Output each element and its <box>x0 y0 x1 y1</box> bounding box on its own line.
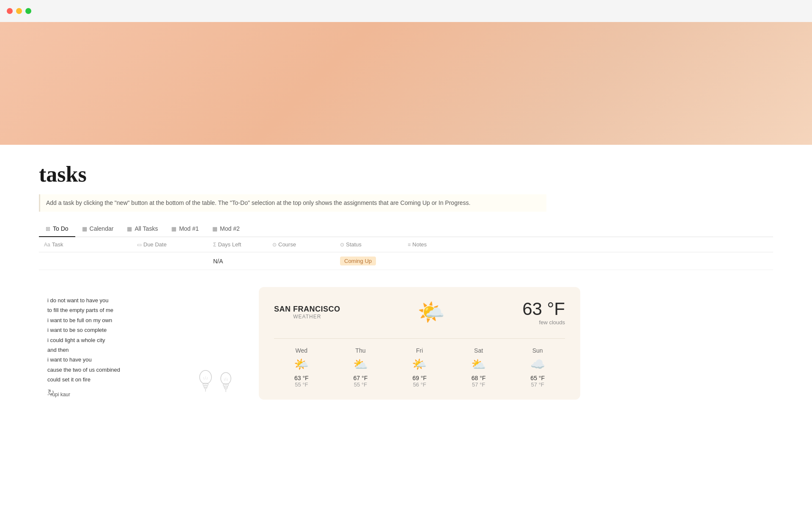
col-header-daysleft: ΣDays Left <box>208 237 267 252</box>
forecast-low: 55 °F <box>333 381 388 388</box>
weather-temp-value: 63 °F <box>522 299 565 319</box>
tab-todo[interactable]: ⊞ To Do <box>39 222 75 237</box>
bulb-icon-2 <box>218 370 233 398</box>
tab-alltasks[interactable]: ▦ All Tasks <box>120 222 165 237</box>
svg-rect-2 <box>204 386 207 387</box>
minimize-button[interactable] <box>16 8 22 14</box>
weather-city: SAN FRANCISCO <box>274 305 340 314</box>
forecast-day-fri: Fri 🌤️ 69 °F 56 °F <box>392 347 447 388</box>
svg-line-5 <box>203 377 204 380</box>
forecast-low: 57 °F <box>510 381 565 388</box>
col-header-task: AaTask <box>39 237 132 252</box>
tab-calendar-label: Calendar <box>90 225 114 232</box>
forecast-day-name: Sat <box>451 347 506 354</box>
forecast-high: 67 °F <box>333 375 388 381</box>
quote-widget: i do not want to have youto fill the emp… <box>39 287 242 402</box>
forecast-low: 57 °F <box>451 381 506 388</box>
svg-rect-3 <box>204 387 207 389</box>
forecast-day-thu: Thu ⛅ 67 °F 55 °F <box>333 347 388 388</box>
forecast-low: 55 °F <box>274 381 329 388</box>
forecast-day-name: Thu <box>333 347 388 354</box>
status-badge: Coming Up <box>340 257 376 265</box>
refresh-button[interactable]: ↻ <box>47 387 55 398</box>
forecast-day-name: Sun <box>510 347 565 354</box>
tab-todo-label: To Do <box>53 225 69 232</box>
quote-bulbs <box>197 368 233 398</box>
hero-banner <box>0 22 812 145</box>
forecast-row: Wed 🌤️ 63 °F 55 °F Thu ⛅ 67 °F 55 °F Fri… <box>274 338 565 388</box>
forecast-icon: 🌤️ <box>392 357 447 371</box>
forecast-icon: ⛅ <box>451 357 506 371</box>
forecast-icon: ☁️ <box>510 357 565 371</box>
col-header-status: ⊙Status <box>335 237 403 252</box>
quote-lines: i do not want to have youto fill the emp… <box>47 295 140 385</box>
forecast-high: 69 °F <box>392 375 447 381</box>
tab-calendar-icon: ▦ <box>82 226 87 232</box>
cell-task <box>39 252 132 270</box>
tab-alltasks-icon: ▦ <box>127 226 132 232</box>
table-row[interactable]: N/A Coming Up <box>39 252 773 270</box>
svg-rect-10 <box>224 386 228 388</box>
svg-rect-11 <box>225 388 227 389</box>
weather-location: SAN FRANCISCO WEATHER <box>274 305 340 320</box>
tab-alltasks-label: All Tasks <box>134 225 158 232</box>
weather-header: SAN FRANCISCO WEATHER 🌤️ 63 °F few cloud… <box>274 299 565 326</box>
tab-mod1[interactable]: ▦ Mod #1 <box>165 222 206 237</box>
bottom-section: i do not want to have youto fill the emp… <box>39 287 773 402</box>
maximize-button[interactable] <box>25 8 31 14</box>
weather-desc: few clouds <box>522 319 565 326</box>
forecast-icon: 🌤️ <box>274 357 329 371</box>
tab-mod1-icon: ▦ <box>171 226 176 232</box>
col-header-course: ⊙Course <box>267 237 335 252</box>
bulb-icon-1 <box>197 368 214 398</box>
weather-current-icon: 🌤️ <box>417 299 445 325</box>
weather-current-temp-block: 63 °F few clouds <box>522 299 565 326</box>
tab-mod2[interactable]: ▦ Mod #2 <box>206 222 247 237</box>
cell-course <box>267 252 335 270</box>
page-description: Add a task by clicking the "new" button … <box>39 194 546 212</box>
forecast-day-name: Wed <box>274 347 329 354</box>
forecast-day-name: Fri <box>392 347 447 354</box>
cell-notes <box>403 252 521 270</box>
forecast-icon: ⛅ <box>333 357 388 371</box>
weather-widget: SAN FRANCISCO WEATHER 🌤️ 63 °F few cloud… <box>259 287 580 400</box>
forecast-low: 56 °F <box>392 381 447 388</box>
col-header-duedate: ▭Due Date <box>132 237 208 252</box>
tab-mod2-label: Mod #2 <box>220 225 240 232</box>
col-header-extra <box>521 237 773 252</box>
forecast-high: 65 °F <box>510 375 565 381</box>
svg-line-15 <box>227 378 228 381</box>
cell-daysleft: N/A <box>208 252 267 270</box>
title-bar <box>0 0 812 22</box>
close-button[interactable] <box>7 8 13 14</box>
task-table: AaTask ▭Due Date ΣDays Left ⊙Course ⊙Sta… <box>39 237 773 270</box>
col-header-notes: ≡Notes <box>403 237 521 252</box>
weather-label: WEATHER <box>274 314 340 320</box>
forecast-day-sun: Sun ☁️ 65 °F 57 °F <box>510 347 565 388</box>
tab-calendar[interactable]: ▦ Calendar <box>75 222 121 237</box>
forecast-day-wed: Wed 🌤️ 63 °F 55 °F <box>274 347 329 388</box>
page-title: tasks <box>39 162 773 187</box>
tab-mod2-icon: ▦ <box>212 226 217 232</box>
cell-status: Coming Up <box>335 252 403 270</box>
tab-mod1-label: Mod #1 <box>179 225 199 232</box>
tab-bar: ⊞ To Do ▦ Calendar ▦ All Tasks ▦ Mod #1 … <box>39 222 773 237</box>
forecast-high: 63 °F <box>274 375 329 381</box>
svg-line-7 <box>207 377 208 380</box>
svg-line-13 <box>224 378 225 381</box>
cell-duedate <box>132 252 208 270</box>
forecast-high: 68 °F <box>451 375 506 381</box>
tab-todo-icon: ⊞ <box>46 226 50 232</box>
forecast-day-sat: Sat ⛅ 68 °F 57 °F <box>451 347 506 388</box>
cell-extra <box>521 252 773 270</box>
